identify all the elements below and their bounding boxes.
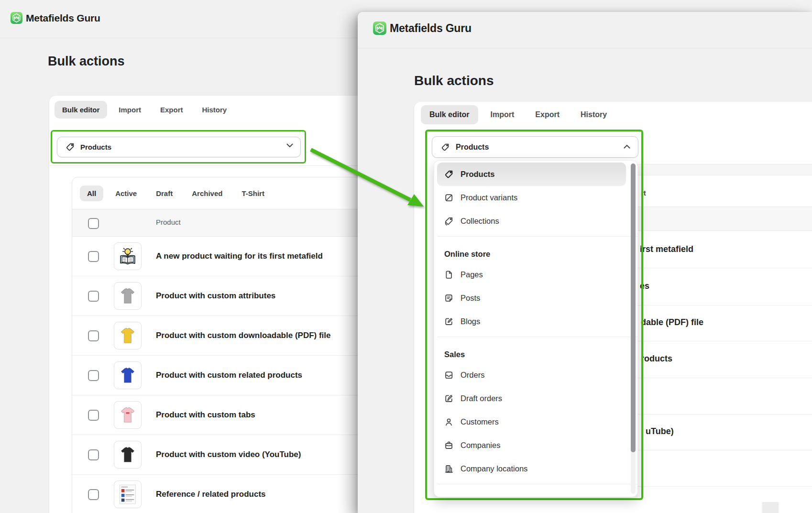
menu-group-sales: Sales xyxy=(437,337,637,363)
tab-history[interactable]: History xyxy=(195,101,235,119)
menu-item-label: Posts xyxy=(461,294,480,303)
row-checkbox[interactable] xyxy=(88,291,99,302)
row-divider xyxy=(630,341,812,341)
menu-item-draft-orders[interactable]: Draft orders xyxy=(437,387,626,410)
table-toolbar-partial xyxy=(630,164,812,175)
chevron-down-icon xyxy=(286,143,293,148)
product-name: Product with custom related products xyxy=(156,371,302,380)
product-thumbnail-list xyxy=(114,480,142,508)
menu-item-label: Draft orders xyxy=(461,394,502,403)
menu-item-blogs[interactable]: Blogs xyxy=(437,310,626,333)
tab-import[interactable]: Import xyxy=(482,105,523,124)
tab-import[interactable]: Import xyxy=(111,101,149,119)
row-divider xyxy=(630,378,812,378)
filter-active[interactable]: Active xyxy=(108,186,144,201)
row-checkbox[interactable] xyxy=(88,370,99,381)
chevron-up-icon xyxy=(624,144,630,149)
menu-item-label: Collections xyxy=(461,217,499,226)
overlay-mode-tabs: Bulk editor Import Export History xyxy=(421,105,615,124)
product-column-header: Product xyxy=(156,218,181,226)
object-type-select[interactable]: Products xyxy=(57,137,301,157)
menu-item-label: Pages xyxy=(461,270,483,279)
product-name-fragment: uTube) xyxy=(646,426,674,437)
menu-item-collections[interactable]: Collections xyxy=(437,209,626,233)
menu-item-label: Companies xyxy=(461,441,500,450)
product-name-fragment: dable (PDF) file xyxy=(641,317,703,327)
menu-item-orders[interactable]: Orders xyxy=(437,363,626,387)
object-type-menu: Products Product variants Collections On… xyxy=(434,160,638,497)
row-divider xyxy=(630,414,812,415)
page-scrollbar-fragment[interactable] xyxy=(761,502,779,513)
menu-item-label: Company locations xyxy=(461,464,527,473)
menu-item-label: Orders xyxy=(461,371,484,380)
row-checkbox[interactable] xyxy=(88,251,99,262)
app-logo-icon xyxy=(373,22,386,35)
product-name-fragment: irst metafield xyxy=(640,244,693,254)
menu-item-company-locations[interactable]: Company locations xyxy=(437,457,626,480)
overlay-app-brand: Metafields Guru xyxy=(373,22,472,35)
menu-item-label: Product variants xyxy=(461,193,517,202)
filter-archived[interactable]: Archived xyxy=(185,186,230,201)
product-thumbnail-tee xyxy=(114,322,142,349)
app-title: Metafields Guru xyxy=(390,22,472,35)
overlay-panel: Metafields Guru Bulk actions Bulk editor… xyxy=(358,12,812,513)
product-name: Product with custom video (YouTube) xyxy=(156,450,301,459)
product-thumbnail-tee xyxy=(114,401,142,429)
menu-item-customers[interactable]: Customers xyxy=(437,410,626,434)
page-title: Bulk actions xyxy=(48,54,125,69)
table-header-partial xyxy=(630,207,812,231)
app-brand: Metafields Guru xyxy=(11,12,100,24)
product-name: A new product waiting for its first meta… xyxy=(156,251,323,261)
filter-tshirt[interactable]: T-Shirt xyxy=(234,186,272,201)
object-type-value: Products xyxy=(80,143,111,151)
row-divider xyxy=(630,268,812,268)
menu-item-product-variants[interactable]: Product variants xyxy=(437,186,626,209)
overlay-page-title: Bulk actions xyxy=(414,73,494,88)
product-thumbnail-idea-book xyxy=(114,242,142,270)
row-checkbox[interactable] xyxy=(88,489,99,500)
tab-bulk-editor[interactable]: Bulk editor xyxy=(55,101,107,119)
tag-icon xyxy=(440,142,450,152)
row-divider xyxy=(630,486,812,487)
overlay-app-header: Metafields Guru xyxy=(358,12,812,48)
screenshot-stage: Metafields Guru Bulk actions Bulk editor… xyxy=(0,0,812,513)
menu-item-pages[interactable]: Pages xyxy=(437,263,626,286)
object-selector-highlight: Products xyxy=(51,130,306,164)
app-logo-icon xyxy=(11,12,22,24)
filter-draft[interactable]: Draft xyxy=(149,186,180,201)
tab-bulk-editor[interactable]: Bulk editor xyxy=(421,105,478,124)
tag-icon xyxy=(65,142,75,152)
app-title: Metafields Guru xyxy=(26,12,100,24)
menu-scrollbar[interactable] xyxy=(631,164,636,494)
select-all-checkbox[interactable] xyxy=(88,218,99,229)
menu-item-posts[interactable]: Posts xyxy=(437,286,626,310)
product-name: Product with custom downloadable (PDF) f… xyxy=(156,331,331,340)
product-name-fragment: roducts xyxy=(641,354,672,364)
menu-item-label: Customers xyxy=(461,417,499,426)
row-checkbox[interactable] xyxy=(88,330,99,341)
tab-export[interactable]: Export xyxy=(153,101,191,119)
product-thumbnail-tee xyxy=(114,441,142,469)
product-name: Reference / related products xyxy=(156,490,266,499)
menu-item-label: Products xyxy=(461,170,495,179)
row-checkbox[interactable] xyxy=(88,410,99,421)
menu-item-companies[interactable]: Companies xyxy=(437,434,626,457)
row-divider xyxy=(630,305,812,306)
menu-item-label: Blogs xyxy=(461,317,480,326)
tab-history[interactable]: History xyxy=(572,105,615,124)
product-thumbnail-tee xyxy=(114,282,142,310)
menu-group-other: Other xyxy=(437,484,637,497)
dropdown-highlight: Products Products Product variants Colle… xyxy=(425,130,643,500)
object-type-select-open[interactable]: Products xyxy=(432,136,638,158)
filter-all[interactable]: All xyxy=(80,186,103,201)
mode-tabs: Bulk editor Import Export History xyxy=(55,101,234,119)
row-divider xyxy=(630,450,812,450)
menu-group-online-store: Online store xyxy=(437,237,637,263)
tab-export[interactable]: Export xyxy=(527,105,568,124)
menu-scrollbar-thumb[interactable] xyxy=(631,164,636,452)
row-checkbox[interactable] xyxy=(88,449,99,460)
product-name: Product with custom tabs xyxy=(156,410,255,420)
object-type-value: Products xyxy=(456,143,489,152)
menu-item-products[interactable]: Products xyxy=(437,163,626,186)
product-thumbnail-tee xyxy=(114,361,142,389)
